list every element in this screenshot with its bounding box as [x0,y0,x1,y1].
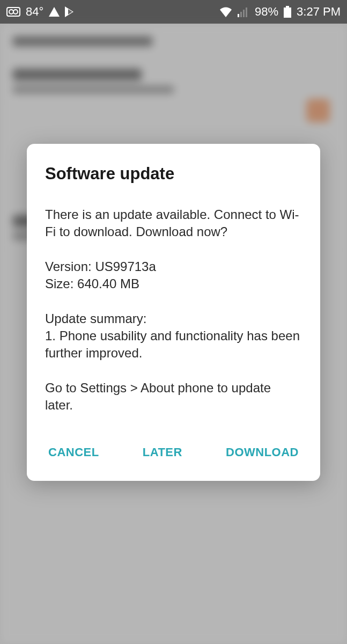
svg-rect-1 [240,12,242,17]
dialog-actions: CANCEL LATER DOWNLOAD [45,437,302,470]
clock: 3:27 PM [297,5,341,19]
wifi-icon [219,6,232,17]
download-button[interactable]: DOWNLOAD [223,440,302,465]
dialog-intro: There is an update available. Connect to… [45,206,302,241]
dialog-version-size: Version: US99713a Size: 640.40 MB [45,258,302,293]
cancel-button[interactable]: CANCEL [45,440,102,465]
signal-icon [238,6,249,17]
voicemail-icon [6,7,20,17]
svg-rect-5 [284,8,291,18]
status-bar: 84° 98% 3:27 PM [0,0,347,24]
dialog-later-hint: Go to Settings > About phone to update l… [45,379,302,414]
dialog-body: There is an update available. Connect to… [45,206,302,414]
dialog-summary: Update summary: 1. Phone usability and f… [45,310,302,362]
temperature-indicator: 84° [26,5,43,19]
svg-rect-3 [246,8,247,17]
battery-percentage: 98% [255,5,278,19]
svg-rect-0 [238,14,239,17]
dialog-title: Software update [45,164,302,184]
software-update-dialog: Software update There is an update avail… [27,144,320,481]
upload-icon [49,7,60,17]
later-button[interactable]: LATER [139,440,186,465]
svg-rect-2 [243,10,245,17]
battery-icon [284,6,291,18]
svg-rect-4 [286,6,289,8]
play-store-icon [65,6,73,17]
